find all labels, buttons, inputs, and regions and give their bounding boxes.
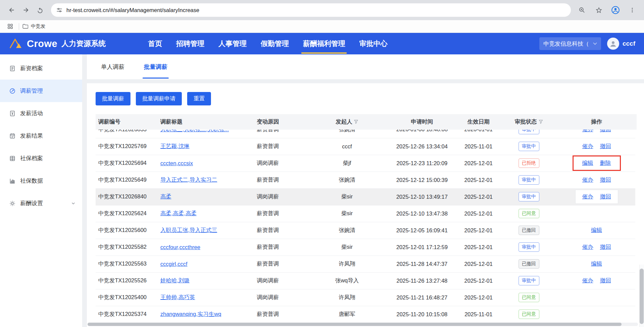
toolbar-button-0[interactable]: 批量调薪 xyxy=(96,92,130,105)
action-link[interactable]: 撤回 xyxy=(600,277,611,283)
table-row: 中竞发TX12025526娃哈哈,刘璐调岗调薪张wq导入2025-11-26 1… xyxy=(96,272,635,289)
toolbar: 批量调薪批量调薪申请重置 xyxy=(96,92,635,105)
action-link[interactable]: 编辑 xyxy=(591,227,602,233)
sidebar-item-5[interactable]: 社保数据 xyxy=(0,170,82,192)
avatar xyxy=(607,38,619,50)
cell-actions xyxy=(556,306,635,323)
title-link[interactable]: cccten,cccsix xyxy=(160,160,193,166)
action-link[interactable]: 撤回 xyxy=(600,193,611,199)
cell-reason: 调岗调薪 xyxy=(230,272,306,289)
cell-reason: 薪资普调 xyxy=(230,306,306,323)
social-data-icon xyxy=(9,178,15,184)
app-header: Crowe 人力资源系统 首页招聘管理人事管理假勤管理薪酬福利管理审批中心 中竞… xyxy=(0,33,644,54)
cell-reason: 薪资普调 xyxy=(230,130,306,138)
filter-icon[interactable] xyxy=(354,119,358,125)
cell-status: 已同意 xyxy=(501,205,556,222)
cell-reason: 薪资普调 xyxy=(230,255,306,272)
vertical-scrollbar-thumb[interactable] xyxy=(640,269,644,324)
cell-title: 入职张三,入职张二,入职张... xyxy=(158,130,230,138)
payroll-activity-icon xyxy=(9,110,15,116)
sidebar-item-3[interactable]: 发薪结果 xyxy=(0,125,82,147)
action-link[interactable]: 催办 xyxy=(582,277,593,283)
company-select[interactable]: 中竞发信息科技（ xyxy=(539,37,601,50)
title-link[interactable]: 王帅帅,高巧英 xyxy=(160,294,195,300)
user-menu[interactable]: cccf xyxy=(607,38,635,50)
title-link[interactable]: 导入正式二,导入实习二 xyxy=(160,177,217,183)
filter-icon[interactable] xyxy=(539,119,543,125)
nav-item-3[interactable]: 假勤管理 xyxy=(254,33,296,54)
action-link[interactable]: 编辑 xyxy=(591,261,602,267)
cell-apply-time: 2026-01-06 18:48:08 xyxy=(388,130,456,138)
title-link[interactable]: 王艺颖,沈琳 xyxy=(160,143,190,149)
cell-apply-time: 2025-11-28 14:47:37 xyxy=(388,255,456,272)
action-link[interactable]: 撤回 xyxy=(600,177,611,183)
action-link[interactable]: 撤回 xyxy=(600,143,611,149)
nav-item-5[interactable]: 审批中心 xyxy=(352,33,394,54)
status-badge: 审批中 xyxy=(519,130,539,134)
title-link[interactable]: 高柔,高柔,高柔 xyxy=(160,210,197,216)
nav-item-0[interactable]: 首页 xyxy=(141,33,169,54)
title-link[interactable]: 娃哈哈,刘璐 xyxy=(160,277,190,283)
action-link[interactable]: 催办 xyxy=(582,177,593,183)
table-body-table: 中竞发TX12026833入职张三,入职张二,入职张...薪资普调张婉清2026… xyxy=(96,130,635,323)
cell-salary-id: 中竞发TX12025582 xyxy=(96,239,158,255)
forward-button[interactable] xyxy=(19,3,33,17)
cell-apply-time: 2025-12-12 15:00:39 xyxy=(388,172,456,188)
table-row: 中竞发TX12025694cccten,cccsix调岗调薪柴jf2025-12… xyxy=(96,155,635,172)
back-button[interactable] xyxy=(5,3,19,17)
cell-actions: 催办撤回 xyxy=(556,239,635,255)
kebab-menu-icon[interactable] xyxy=(625,3,639,17)
url-bar[interactable]: hr-test.croweit.cn/#/salaryManagement/sa… xyxy=(51,3,571,17)
sidebar-item-6[interactable]: 薪酬设置 xyxy=(0,192,82,215)
cell-salary-id: 中竞发TX12025769 xyxy=(96,138,158,155)
zoom-icon[interactable] xyxy=(575,3,589,17)
url-text[interactable]: hr-test.croweit.cn/#/salaryManagement/sa… xyxy=(66,7,199,13)
cell-apply-time: 2025-12-10 13:47:38 xyxy=(388,205,456,222)
apps-grid-icon[interactable] xyxy=(5,21,15,32)
title-link[interactable]: cccfour,cccthree xyxy=(160,244,200,250)
app-body: 薪资档案调薪管理发薪活动发薪结果社保档案社保数据薪酬设置 单人调薪批量调薪 批量… xyxy=(0,54,644,327)
title-link[interactable]: 入职张三,入职张二,入职张... xyxy=(160,130,229,132)
nav-item-2[interactable]: 人事管理 xyxy=(211,33,254,54)
sidebar-item-4[interactable]: 社保档案 xyxy=(0,147,82,170)
sidebar-item-0[interactable]: 薪资档案 xyxy=(0,57,82,80)
tab-0[interactable]: 单人调薪 xyxy=(101,54,124,79)
title-link[interactable]: cccgirl,cccf xyxy=(160,261,187,267)
title-link[interactable]: 入职员工张,导入正式三 xyxy=(160,227,217,233)
nav-item-4[interactable]: 薪酬福利管理 xyxy=(296,33,352,54)
tab-1[interactable]: 批量调薪 xyxy=(144,54,167,79)
cell-actions: 催办撤回 xyxy=(556,188,635,205)
cell-title: 导入正式二,导入实习二 xyxy=(158,172,230,188)
cell-actions: 编辑 xyxy=(556,255,635,272)
cell-title: cccten,cccsix xyxy=(158,155,230,172)
title-link[interactable]: zhangwanqing,实习生wq xyxy=(160,311,221,317)
sidebar-item-label: 调薪管理 xyxy=(20,87,43,95)
action-link[interactable]: 撤回 xyxy=(600,244,611,250)
action-link[interactable]: 编辑 xyxy=(582,160,593,166)
browser-actions xyxy=(575,3,639,17)
bookmark-star-icon[interactable] xyxy=(592,3,606,17)
horizontal-scrollbar-thumb[interactable] xyxy=(88,323,622,326)
horizontal-scrollbar[interactable] xyxy=(88,323,638,326)
site-settings-icon[interactable] xyxy=(56,7,62,13)
refresh-button[interactable] xyxy=(33,3,47,17)
bookmarks-divider xyxy=(19,23,19,30)
action-link[interactable]: 删除 xyxy=(600,160,611,166)
action-link[interactable]: 催办 xyxy=(582,143,593,149)
nav-item-1[interactable]: 招聘管理 xyxy=(169,33,211,54)
toolbar-button-2[interactable]: 重置 xyxy=(187,92,211,105)
sidebar-item-1[interactable]: 调薪管理 xyxy=(0,80,82,102)
cell-title: 王帅帅,高巧英 xyxy=(158,289,230,306)
sidebar-item-2[interactable]: 发薪活动 xyxy=(0,102,82,125)
bookmark-folder-item[interactable]: 中竞发 xyxy=(22,23,46,30)
action-link[interactable]: 催办 xyxy=(582,130,593,132)
column-header-label: 申请时间 xyxy=(411,119,433,125)
cell-effective-date: 2025-12-01 xyxy=(456,172,501,188)
action-link[interactable]: 催办 xyxy=(582,244,593,250)
action-link[interactable]: 催办 xyxy=(582,193,593,199)
action-link[interactable]: 撤回 xyxy=(600,130,611,132)
cell-reason: 调岗调薪 xyxy=(230,188,306,205)
toolbar-button-1[interactable]: 批量调薪申请 xyxy=(136,92,182,105)
title-link[interactable]: 高柔 xyxy=(160,193,171,199)
profile-icon[interactable] xyxy=(608,3,623,17)
